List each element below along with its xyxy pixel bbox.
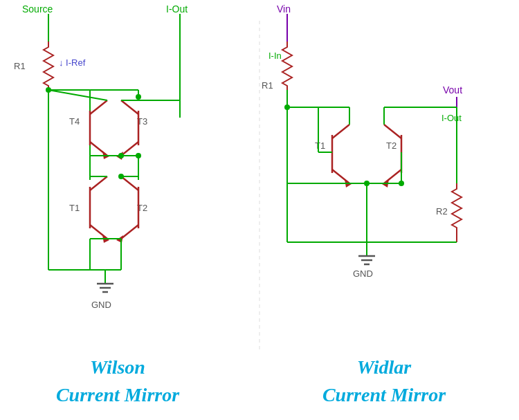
widlar-vout-label: Vout	[443, 84, 462, 95]
widlar-vin-label: Vin	[277, 3, 291, 15]
wilson-gnd-label: GND	[91, 300, 111, 310]
svg-point-11	[136, 94, 141, 100]
widlar-iin-label: I-In	[268, 51, 282, 61]
widlar-iout-label: I-Out	[441, 113, 462, 123]
widlar-t1-label: T1	[315, 140, 325, 151]
svg-point-34	[136, 153, 141, 158]
svg-line-56	[332, 125, 349, 138]
svg-line-30	[121, 225, 138, 239]
wilson-iout-label: I-Out	[166, 3, 188, 15]
svg-line-26	[90, 225, 107, 239]
svg-line-13	[121, 100, 138, 114]
widlar-title: Widlar	[270, 356, 498, 378]
wilson-iref-label: ↓ I-Ref	[59, 57, 86, 68]
wilson-r1-label: R1	[14, 61, 26, 71]
svg-line-14	[121, 142, 138, 156]
svg-point-71	[399, 181, 404, 186]
svg-line-25	[90, 176, 107, 190]
wilson-source-label: Source	[22, 3, 53, 15]
widlar-t2-label: T2	[386, 140, 397, 151]
widlar-r2-label: R2	[436, 206, 448, 217]
wilson-title: Wilson	[21, 356, 215, 378]
wilson-t1-label: T1	[69, 203, 80, 213]
svg-line-64	[384, 125, 401, 138]
svg-line-16	[48, 90, 107, 100]
svg-line-29	[121, 176, 138, 190]
wilson-subtitle: Current Mirror	[21, 384, 215, 406]
svg-line-7	[90, 100, 107, 114]
wilson-t4-label: T4	[69, 116, 80, 127]
widlar-gnd-label: GND	[353, 268, 373, 279]
widlar-r1-label: R1	[262, 80, 273, 91]
svg-point-36	[118, 174, 124, 179]
widlar-subtitle: Current Mirror	[270, 384, 498, 406]
